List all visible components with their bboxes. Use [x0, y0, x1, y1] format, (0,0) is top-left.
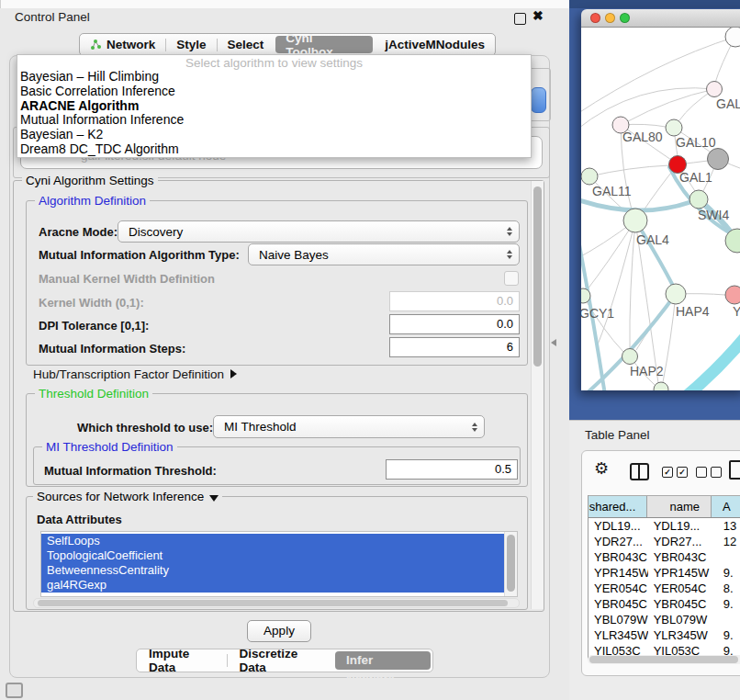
table-row[interactable]: YER054CYER054C8.	[589, 581, 740, 596]
attribute-list-item[interactable]: SelfLoops	[41, 534, 504, 548]
kernel-width-field[interactable]: 0.0	[389, 291, 520, 311]
new-table-icon[interactable]	[729, 460, 740, 480]
column-header-name[interactable]: name	[647, 496, 712, 517]
mi-algorithm-type-combobox[interactable]: Naive Bayes	[248, 243, 520, 265]
unchecked-checkbox-icon[interactable]	[711, 467, 722, 478]
list-scrollbar-thumb[interactable]	[507, 535, 515, 592]
dpi-tolerance-field[interactable]: 0.0	[389, 314, 520, 334]
zoom-window-icon[interactable]	[620, 13, 630, 23]
table-cell: 9.	[712, 627, 740, 643]
data-attributes-list: SelfLoopsTopologicalCoefficientBetweenne…	[40, 531, 518, 597]
network-node-label: HAP4	[676, 304, 710, 319]
network-window-titlebar[interactable]	[581, 9, 740, 28]
network-node[interactable]	[725, 28, 740, 47]
table-horizontal-scrollbar[interactable]	[588, 655, 740, 664]
manual-kernel-width-checkbox[interactable]	[504, 271, 519, 286]
network-node[interactable]	[654, 382, 668, 390]
tab-style[interactable]: Style	[166, 34, 216, 55]
tab-cyni-toolbox[interactable]: Cyni Toolbox	[275, 36, 373, 53]
sources-disclosure[interactable]: Sources for Network Inference	[33, 490, 222, 503]
attribute-list-item[interactable]: TopologicalCoefficient	[41, 548, 504, 563]
table-row[interactable]: YPR145WYPR145W9.	[589, 565, 740, 581]
column-header-shared-name[interactable]: shared...	[589, 496, 647, 517]
mi-threshold-field[interactable]: 0.5	[386, 459, 518, 480]
list-horizontal-scrollbar[interactable]	[33, 598, 520, 608]
which-threshold-combobox[interactable]: MI Threshold	[213, 415, 485, 438]
checked-checkbox-icon[interactable]: ✓	[677, 467, 688, 478]
mi-threshold-label: Mutual Information Threshold:	[44, 464, 217, 478]
sources-title: Sources for Network Inference	[37, 490, 204, 503]
table-row[interactable]: YDR27...YDR27...12	[589, 534, 740, 549]
popup-item-aracne[interactable]: ARACNE Algorithm	[17, 99, 531, 114]
table-cell: YBR043C	[648, 549, 712, 565]
dpi-tolerance-label: DPI Tolerance [0,1]:	[39, 319, 149, 333]
tab-impute-data[interactable]: Impute Data	[137, 647, 227, 674]
float-panel-button[interactable]	[514, 13, 526, 25]
table-horizontal-scrollbar-thumb[interactable]	[589, 656, 738, 663]
attribute-list-item[interactable]: gal4RGexp	[41, 578, 504, 593]
network-node[interactable]	[690, 190, 708, 209]
popup-item-mutual-information[interactable]: Mutual Information Inference	[17, 113, 531, 128]
restore-panel-button[interactable]	[6, 683, 23, 698]
network-node[interactable]	[666, 284, 686, 304]
list-horizontal-scrollbar-thumb[interactable]	[38, 600, 508, 606]
panel-title: Control Panel	[15, 10, 90, 24]
table-row[interactable]: YDL19...YDL19...13	[589, 518, 740, 534]
minimize-window-icon[interactable]	[605, 13, 615, 23]
attribute-list-item[interactable]: BetweennessCentrality	[41, 563, 504, 578]
popup-item-bayesian-k2[interactable]: Bayesian – K2	[17, 128, 531, 142]
unchecked-checkbox-icon[interactable]	[696, 467, 707, 478]
table-header-row: shared... name A	[589, 495, 740, 518]
network-node[interactable]	[666, 119, 682, 136]
table-row[interactable]: YBL079WYBL079W	[589, 612, 740, 627]
network-edge[interactable]	[628, 89, 714, 121]
settings-scrollbar[interactable]	[531, 181, 544, 609]
list-scrollbar[interactable]	[504, 532, 517, 596]
aracne-mode-combobox[interactable]: Discovery	[118, 220, 520, 243]
table-cell: YDR27...	[589, 534, 648, 549]
network-node[interactable]	[708, 149, 729, 170]
control-panel-tabbar: Network Style Select Cyni Toolbox jActiv…	[79, 33, 496, 56]
settings-scrollbar-thumb[interactable]	[533, 186, 542, 367]
network-node[interactable]	[707, 82, 723, 97]
table-cell: 12	[712, 534, 740, 549]
popup-item-dream8[interactable]: Dream8 DC_TDC Algorithm	[17, 142, 531, 157]
network-edge[interactable]	[587, 220, 635, 290]
table-row[interactable]: YBR043CYBR043C	[589, 549, 740, 565]
network-node[interactable]	[623, 209, 647, 232]
tab-network[interactable]: Network	[80, 34, 165, 55]
tab-select[interactable]: Select	[218, 34, 275, 55]
table-row[interactable]: YLR345WYLR345W9.	[589, 627, 740, 643]
application-window: Control Panel ✖ Network Style Select Cyn…	[0, 0, 740, 700]
settings-gear-icon[interactable]: ⚙	[594, 458, 609, 479]
tab-jactivemnodules[interactable]: jActiveMNodules	[375, 34, 495, 55]
network-canvas[interactable]: GAL7GAL80GAL10GAL1GAL11SWI4GAL4GCY1HAP4Y…	[581, 28, 740, 390]
network-edge[interactable]	[589, 165, 669, 176]
tab-infer-network[interactable]: Infer Network	[335, 651, 431, 670]
network-edge[interactable]	[682, 333, 740, 390]
table-row[interactable]: YBR045CYBR045C9.	[589, 596, 740, 612]
network-node[interactable]	[581, 168, 598, 185]
split-columns-icon[interactable]	[630, 463, 649, 480]
network-edge[interactable]	[581, 37, 735, 115]
settings-group-title: Cyni Algorithm Settings	[22, 174, 158, 187]
combo-stepper-fragment[interactable]	[531, 87, 546, 113]
splitter-collapse-arrow[interactable]	[551, 339, 556, 346]
popup-item-bayesian-hill-climbing[interactable]: Bayesian – Hill Climbing	[17, 70, 531, 85]
apply-button[interactable]: Apply	[247, 620, 311, 642]
tab-discretize-data[interactable]: Discretize Data	[227, 647, 333, 674]
mi-steps-field[interactable]: 6	[389, 337, 520, 357]
close-window-icon[interactable]	[590, 13, 600, 23]
hub-definition-disclosure[interactable]: Hub/Transcription Factor Definition	[33, 367, 237, 381]
column-header-clipped[interactable]: A	[712, 496, 740, 517]
table-cell: YLR345W	[648, 627, 712, 643]
algorithm-definition-title: Algorithm Definition	[35, 194, 150, 208]
popup-item-basic-correlation[interactable]: Basic Correlation Inference	[17, 85, 531, 99]
checked-checkbox-icon[interactable]: ✓	[662, 467, 673, 478]
close-panel-icon[interactable]: ✖	[533, 8, 544, 23]
popup-prompt: Select algorithm to view settings	[17, 55, 531, 70]
desktop-top-strip	[569, 0, 740, 8]
network-node[interactable]	[725, 286, 740, 304]
network-node[interactable]	[622, 349, 638, 365]
table-cell: YBL079W	[648, 612, 712, 627]
